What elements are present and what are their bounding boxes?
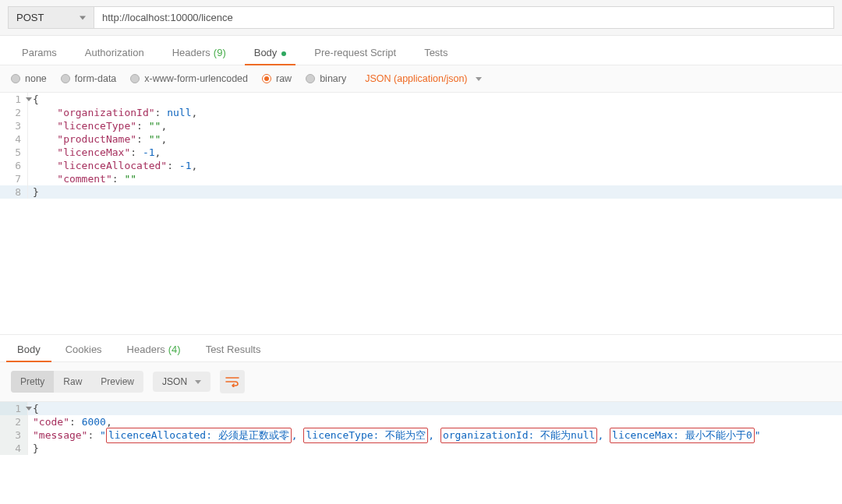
resp-line: 3 "message": "licenceAllocated: 必须是正数或零,… <box>0 428 842 442</box>
resp-tab-body[interactable]: Body <box>5 336 53 361</box>
content-type-select[interactable]: JSON (application/json) <box>365 73 481 84</box>
tab-headers[interactable]: Headers(9) <box>158 39 240 65</box>
fold-icon[interactable] <box>26 407 32 411</box>
url-input[interactable]: http://localhost:10000/licence <box>94 6 834 29</box>
resp-line: 2 "code": 6000, <box>0 415 842 428</box>
tab-prerequest[interactable]: Pre-request Script <box>300 39 410 65</box>
tab-tests[interactable]: Tests <box>410 39 462 65</box>
response-tabs: Body Cookies Headers(4) Test Results <box>0 334 842 362</box>
radio-xwww[interactable]: x-www-form-urlencoded <box>130 73 248 84</box>
radio-none[interactable]: none <box>11 73 47 84</box>
view-mode-group: Pretty Raw Preview <box>11 371 143 393</box>
request-row: POST http://localhost:10000/licence <box>0 0 842 36</box>
error-segment: organizationId: 不能为null <box>440 428 598 443</box>
fold-icon[interactable] <box>26 97 32 101</box>
error-segment: licenceAllocated: 必须是正数或零 <box>106 428 292 443</box>
resp-tab-cookies[interactable]: Cookies <box>53 336 115 361</box>
pill-pretty[interactable]: Pretty <box>11 371 54 393</box>
req-line: 4 "productName": "", <box>0 132 842 146</box>
response-body-editor[interactable]: 1 { 2 "code": 6000, 3 "message": "licenc… <box>0 402 842 455</box>
wrap-icon <box>225 376 239 387</box>
req-line: 5 "licenceMax": -1, <box>0 146 842 159</box>
req-line: 7 "comment": "" <box>0 172 842 185</box>
resp-line: 4 } <box>0 442 842 455</box>
wrap-lines-button[interactable] <box>220 370 245 393</box>
chevron-down-icon <box>476 77 482 81</box>
chevron-down-icon <box>195 380 201 384</box>
radio-raw[interactable]: raw <box>262 73 292 84</box>
tab-authorization[interactable]: Authorization <box>71 39 158 65</box>
error-segment: licenceMax: 最小不能小于0 <box>610 428 755 443</box>
request-body-editor[interactable]: 1{2 "organizationId": null,3 "licenceTyp… <box>0 93 842 326</box>
dot-icon <box>281 51 286 56</box>
body-type-row: none form-data x-www-form-urlencoded raw… <box>0 65 842 93</box>
url-text: http://localhost:10000/licence <box>102 12 233 23</box>
resp-tab-testresults[interactable]: Test Results <box>193 336 274 361</box>
resp-line: 1 { <box>0 402 842 415</box>
pill-raw[interactable]: Raw <box>54 371 91 393</box>
req-line: 3 "licenceType": "", <box>0 119 842 132</box>
language-select[interactable]: JSON <box>153 372 210 392</box>
radio-binary[interactable]: binary <box>306 73 346 84</box>
error-segment: licenceType: 不能为空 <box>303 428 428 443</box>
req-line: 6 "licenceAllocated": -1, <box>0 159 842 172</box>
tab-body[interactable]: Body <box>240 39 301 65</box>
req-line: 2 "organizationId": null, <box>0 106 842 119</box>
req-line: 8} <box>0 185 842 199</box>
response-toolbar: Pretty Raw Preview JSON <box>0 362 842 402</box>
request-tabs: Params Authorization Headers(9) Body Pre… <box>0 36 842 65</box>
method-select[interactable]: POST <box>8 6 94 29</box>
chevron-down-icon <box>80 16 86 19</box>
tab-params[interactable]: Params <box>8 39 71 65</box>
resp-tab-headers[interactable]: Headers(4) <box>115 336 193 361</box>
pill-preview[interactable]: Preview <box>91 371 143 393</box>
req-line: 1{ <box>0 93 842 106</box>
radio-formdata[interactable]: form-data <box>61 73 117 84</box>
method-label: POST <box>16 12 44 23</box>
